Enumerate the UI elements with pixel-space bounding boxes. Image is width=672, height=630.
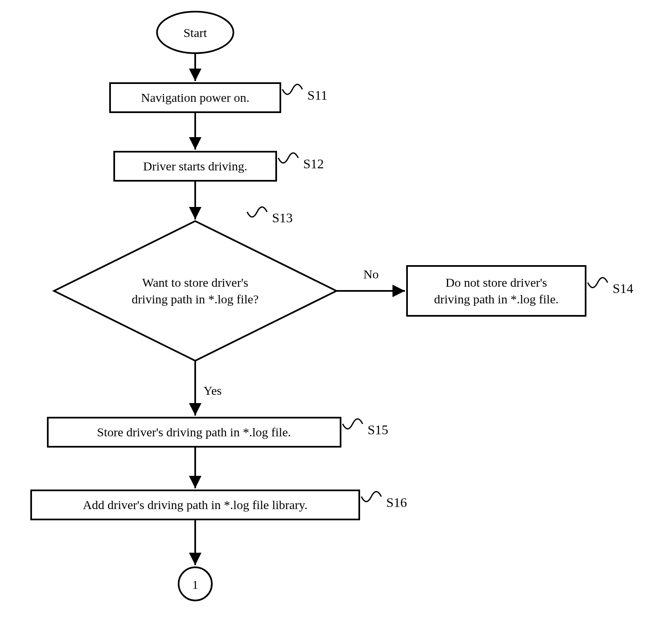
svg-rect-4 <box>407 266 586 316</box>
label-s13: S13 <box>272 210 293 225</box>
node-s13: Want to store driver's driving path in *… <box>54 221 336 361</box>
node-s11: Navigation power on. <box>110 83 280 112</box>
s14-line2: driving path in *.log file. <box>434 292 559 306</box>
s16-text: Add driver's driving path in *.log file … <box>83 498 308 512</box>
svg-marker-3 <box>54 221 336 361</box>
s13-line1: Want to store driver's <box>142 276 248 289</box>
squiggle-s16 <box>361 492 381 502</box>
node-s15: Store driver's driving path in *.log fil… <box>48 418 341 447</box>
squiggle-s15 <box>343 419 363 429</box>
start-text: Start <box>184 26 207 39</box>
label-s11: S11 <box>307 88 328 103</box>
s12-text: Driver starts driving. <box>143 159 248 173</box>
label-s12: S12 <box>303 156 324 171</box>
s14-line1: Do not store driver's <box>446 276 547 289</box>
node-s16: Add driver's driving path in *.log file … <box>31 490 359 519</box>
label-s16: S16 <box>386 495 407 510</box>
squiggle-s13 <box>247 207 267 217</box>
branch-no: No <box>363 267 379 281</box>
squiggle-s14 <box>588 278 608 288</box>
squiggle-s12 <box>278 153 298 163</box>
flowchart: Start Navigation power on. S11 Driver st… <box>0 0 672 630</box>
squiggle-s11 <box>282 84 302 94</box>
node-s12: Driver starts driving. <box>114 152 276 181</box>
node-conn1: 1 <box>179 567 212 600</box>
node-s14: Do not store driver's driving path in *.… <box>407 266 586 316</box>
branch-yes: Yes <box>204 384 222 397</box>
label-s15: S15 <box>368 422 388 437</box>
node-start: Start <box>157 12 233 53</box>
label-s14: S14 <box>613 281 633 296</box>
conn1-text: 1 <box>192 578 199 591</box>
s13-line2: driving path in *.log file? <box>132 292 259 306</box>
s15-text: Store driver's driving path in *.log fil… <box>97 425 291 439</box>
s11-text: Navigation power on. <box>141 91 250 104</box>
